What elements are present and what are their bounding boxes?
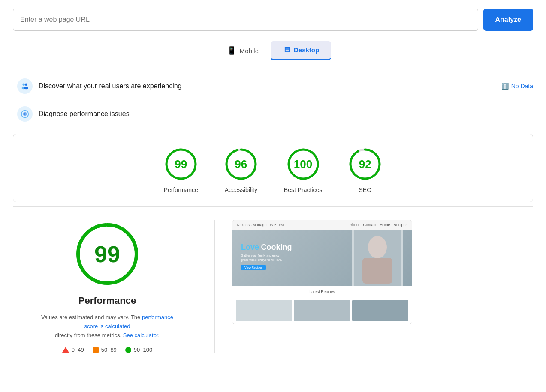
score-value-accessibility: 96 — [235, 158, 247, 171]
left-panel: 99 Performance Values are estimated and … — [17, 220, 197, 353]
big-score-value: 99 — [94, 241, 120, 267]
score-circle-accessibility: 96 — [224, 147, 258, 181]
separator — [13, 206, 533, 207]
no-data-label: No Data — [511, 83, 533, 90]
score-card-accessibility: 96 Accessibility — [224, 147, 258, 193]
green-icon — [125, 347, 131, 353]
preview-hero-love-cooking: Love Cooking — [241, 243, 292, 252]
diagnose-icon — [17, 106, 33, 122]
score-card-best-practices: 100 Best Practices — [284, 147, 322, 193]
real-users-icon — [17, 78, 33, 94]
score-label-accessibility: Accessibility — [225, 186, 257, 193]
thumb-2 — [294, 300, 350, 321]
red-icon — [62, 347, 69, 353]
svg-point-3 — [24, 87, 28, 90]
preview-subtitle: Gather your family and enjoy great meals… — [241, 254, 284, 262]
no-data-link[interactable]: ℹ️ No Data — [501, 83, 533, 90]
tab-desktop[interactable]: 🖥 Desktop — [271, 41, 331, 60]
big-score-label: Performance — [78, 295, 136, 306]
preview-thumbs — [232, 297, 412, 324]
score-value-performance: 99 — [175, 158, 187, 171]
tabs-container: 📱 Mobile 🖥 Desktop — [13, 41, 533, 60]
big-score-circle: 99 — [73, 220, 142, 288]
preview-cooking: Cooking — [261, 243, 292, 251]
url-input[interactable]: https://nexwptest.cyou/ — [13, 9, 478, 31]
preview-site-name: Nexcess Managed WP Test — [237, 223, 284, 227]
orange-icon — [93, 347, 99, 353]
svg-point-6 — [24, 113, 26, 115]
svg-point-0 — [23, 84, 25, 86]
preview-nav-about: About — [350, 223, 360, 227]
desc-part2: directly from these metrics. — [55, 332, 121, 338]
thumb-1 — [236, 300, 292, 321]
legend-item-red: 0–49 — [62, 347, 84, 353]
legend-range-orange: 50–89 — [101, 347, 117, 353]
score-circle-best-practices: 100 — [286, 147, 320, 181]
score-cards: 99 Performance 96 Accessibility — [22, 147, 524, 193]
bottom-section: 99 Performance Values are estimated and … — [13, 215, 533, 357]
score-cards-container: 99 Performance 96 Accessibility — [13, 134, 533, 202]
preview-hero-person — [352, 230, 403, 286]
see-calculator-link[interactable]: See calculator — [123, 332, 158, 338]
score-circle-performance: 99 — [164, 147, 198, 181]
score-label-seo: SEO — [359, 186, 372, 193]
right-panel: Nexcess Managed WP Test About Contact Ho… — [232, 220, 529, 353]
preview-nav-recipes: Recipes — [393, 223, 407, 227]
preview-love: Love — [241, 243, 259, 251]
real-users-header: Discover what your real users are experi… — [13, 72, 533, 100]
score-label-performance: Performance — [164, 186, 198, 193]
diagnose-title: Diagnose performance issues — [39, 110, 130, 118]
desktop-icon: 🖥 — [283, 45, 290, 54]
analyze-button[interactable]: Analyze — [483, 9, 533, 31]
top-bar: https://nexwptest.cyou/ Analyze — [13, 9, 533, 31]
preview-nav: About Contact Home Recipes — [350, 223, 407, 227]
preview-hero-btn: View Recipes — [241, 265, 266, 270]
legend-range-green: 90–100 — [134, 347, 152, 353]
svg-rect-19 — [362, 258, 392, 284]
svg-point-18 — [368, 236, 387, 258]
score-card-seo: 92 SEO — [348, 147, 382, 193]
svg-point-1 — [25, 84, 27, 86]
score-value-seo: 92 — [359, 158, 371, 171]
real-users-title: Discover what your real users are experi… — [39, 82, 181, 90]
info-icon: ℹ️ — [501, 83, 509, 90]
preview-hero: Love Cooking Gather your family and enjo… — [232, 230, 412, 286]
mobile-icon: 📱 — [227, 46, 236, 55]
screenshot-preview: Nexcess Managed WP Test About Contact Ho… — [232, 220, 412, 324]
desc-part1: Values are estimated and may vary. The — [41, 314, 140, 320]
score-value-best-practices: 100 — [294, 158, 312, 171]
preview-header: Nexcess Managed WP Test About Contact Ho… — [232, 220, 412, 230]
score-card-performance: 99 Performance — [164, 147, 198, 193]
legend: 0–49 50–89 90–100 — [62, 347, 152, 353]
preview-nav-home: Home — [380, 223, 390, 227]
preview-footer: Latest Recipes — [232, 286, 412, 297]
tab-mobile-label: Mobile — [240, 47, 259, 54]
description-text: Values are estimated and may vary. The p… — [34, 313, 180, 340]
tab-desktop-label: Desktop — [294, 46, 319, 54]
thumb-3 — [352, 300, 408, 321]
legend-range-red: 0–49 — [72, 347, 84, 353]
latest-recipes-label: Latest Recipes — [309, 290, 335, 294]
tab-mobile[interactable]: 📱 Mobile — [215, 41, 271, 60]
legend-item-orange: 50–89 — [93, 347, 117, 353]
score-label-best-practices: Best Practices — [284, 186, 322, 193]
diagnose-header: Diagnose performance issues — [13, 100, 533, 128]
legend-item-green: 90–100 — [125, 347, 152, 353]
vertical-divider — [214, 220, 215, 353]
preview-hero-text: Love Cooking Gather your family and enjo… — [241, 243, 292, 270]
preview-nav-contact: Contact — [363, 223, 376, 227]
score-circle-seo: 92 — [348, 147, 382, 181]
